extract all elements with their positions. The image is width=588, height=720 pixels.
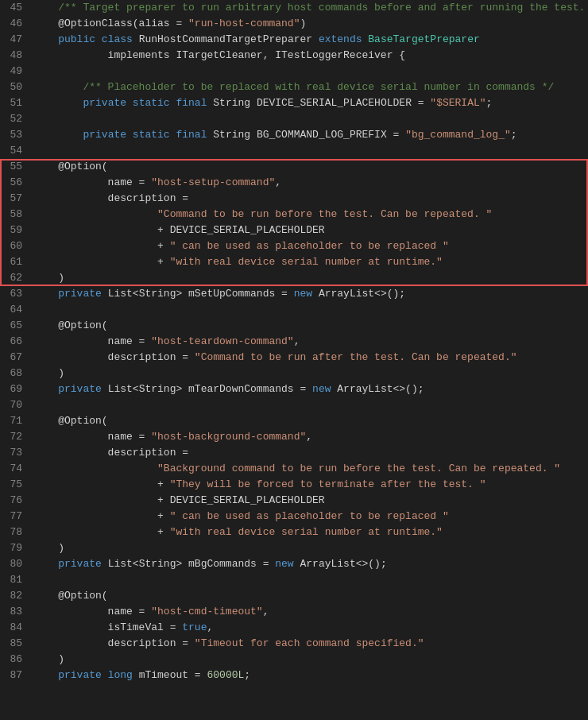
code-editor: 45 /** Target preparer to run arbitrary … [0,0,588,720]
line-number: 51 [0,95,29,111]
code-line: 76 + DEVICE_SERIAL_PLACEHOLDER [0,493,588,509]
code-line: 63 private List<String> mSetUpCommands =… [0,286,588,302]
line-number: 87 [0,668,29,683]
line-content: name = "host-background-command", [29,429,588,445]
line-number: 85 [0,636,29,652]
line-number: 81 [0,572,29,588]
line-number: 86 [0,652,29,668]
code-line: 84 isTimeVal = true, [0,620,588,636]
line-content: + "They will be forced to terminate afte… [29,477,588,493]
line-content: + DEVICE_SERIAL_PLACEHOLDER [29,493,588,509]
code-line: 55 @Option( [0,159,588,175]
code-line: 73 description = [0,445,588,461]
code-line: 48 implements ITargetCleaner, ITestLogge… [0,48,588,64]
code-line: 68 ) [0,366,588,381]
line-content: description = "Command to be run after t… [29,350,588,366]
line-number: 47 [0,32,29,48]
line-number: 79 [0,540,29,556]
line-content: @Option( [29,413,588,429]
line-content: private static final String DEVICE_SERIA… [29,95,588,111]
code-line: 82 @Option( [0,588,588,604]
line-number: 65 [0,318,29,334]
line-number: 83 [0,604,29,620]
code-line: 85 description = "Timeout for each comma… [0,636,588,652]
line-number: 74 [0,461,29,477]
code-line: 83 name = "host-cmd-timeout", [0,604,588,620]
line-content: private static final String BG_COMMAND_L… [29,127,588,143]
line-content: "Command to be run before the test. Can … [29,207,588,223]
code-line: 61 + "with real device serial number at … [0,254,588,270]
line-content: name = "host-setup-command", [29,175,588,191]
code-line: 50 /** Placeholder to be replaced with r… [0,79,588,95]
line-content: ) [29,366,588,381]
line-number: 53 [0,127,29,143]
line-content: name = "host-teardown-command", [29,334,588,350]
code-line: 45 /** Target preparer to run arbitrary … [0,0,588,16]
code-line: 65 @Option( [0,318,588,334]
line-number: 70 [0,397,29,413]
line-content: + " can be used as placeholder to be rep… [29,238,588,254]
line-number: 57 [0,191,29,207]
line-number: 75 [0,477,29,493]
code-line: 51 private static final String DEVICE_SE… [0,95,588,111]
line-number: 68 [0,366,29,381]
code-line: 59 + DEVICE_SERIAL_PLACEHOLDER [0,223,588,238]
code-line: 72 name = "host-background-command", [0,429,588,445]
line-content [29,111,588,127]
code-line: 67 description = "Command to be run afte… [0,350,588,366]
line-number: 80 [0,556,29,572]
line-number: 71 [0,413,29,429]
code-line: 60 + " can be used as placeholder to be … [0,238,588,254]
code-line: 74 "Background command to be run before … [0,461,588,477]
line-content: /** Placeholder to be replaced with real… [29,79,588,95]
line-content: ) [29,540,588,556]
line-content: public class RunHostCommandTargetPrepare… [29,32,588,48]
line-number: 54 [0,143,29,159]
code-line: 87 private long mTimeout = 60000L; [0,668,588,683]
line-number: 46 [0,16,29,32]
line-content [29,64,588,79]
line-number: 77 [0,509,29,525]
code-line: 64 [0,302,588,318]
line-number: 66 [0,334,29,350]
code-line: 81 [0,572,588,588]
line-content: private long mTimeout = 60000L; [29,668,588,683]
line-number: 61 [0,254,29,270]
code-line: 47 public class RunHostCommandTargetPrep… [0,32,588,48]
line-number: 52 [0,111,29,127]
line-content [29,572,588,588]
line-number: 62 [0,270,29,286]
code-line: 75 + "They will be forced to terminate a… [0,477,588,493]
code-line: 52 [0,111,588,127]
line-number: 64 [0,302,29,318]
line-content: description = [29,445,588,461]
line-number: 63 [0,286,29,302]
code-line: 58 "Command to be run before the test. C… [0,207,588,223]
line-content: @Option( [29,318,588,334]
code-line: 62 ) [0,270,588,286]
line-number: 45 [0,0,29,16]
line-number: 58 [0,207,29,223]
line-content: implements ITargetCleaner, ITestLoggerRe… [29,48,588,64]
line-content: /** Target preparer to run arbitrary hos… [29,0,588,16]
line-content: + " can be used as placeholder to be rep… [29,509,588,525]
line-content: private List<String> mBgCommands = new A… [29,556,588,572]
code-line: 54 [0,143,588,159]
code-line: 53 private static final String BG_COMMAN… [0,127,588,143]
line-content: + "with real device serial number at run… [29,254,588,270]
line-content: ) [29,652,588,668]
code-line: 86 ) [0,652,588,668]
line-number: 48 [0,48,29,64]
line-content: description = "Timeout for each command … [29,636,588,652]
code-line: 49 [0,64,588,79]
line-content [29,143,588,159]
line-number: 55 [0,159,29,175]
code-line: 79 ) [0,540,588,556]
line-content: @Option( [29,159,588,175]
line-content: isTimeVal = true, [29,620,588,636]
line-number: 84 [0,620,29,636]
line-number: 72 [0,429,29,445]
line-number: 59 [0,223,29,238]
code-line: 70 [0,397,588,413]
line-content [29,302,588,318]
